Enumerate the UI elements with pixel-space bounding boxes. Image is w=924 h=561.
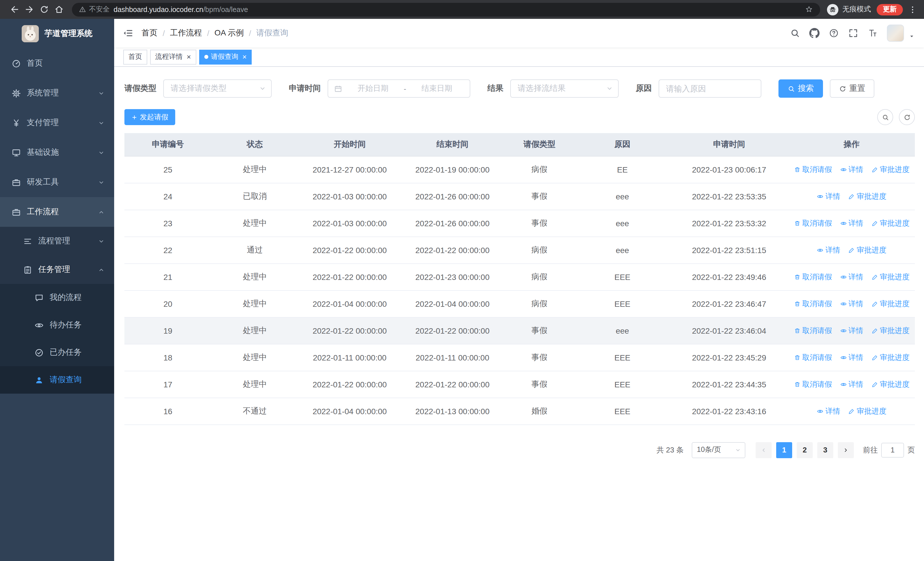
col-apply-id: 申请编号 xyxy=(124,133,212,156)
cancel-leave-link[interactable]: 取消请假 xyxy=(794,164,832,174)
table-row: 17 处理中 2022-01-22 00:00:00 2022-01-22 00… xyxy=(124,371,915,398)
user-avatar[interactable] xyxy=(887,24,904,42)
sidebar-item-leave-query[interactable]: 请假查询 xyxy=(0,366,114,394)
filter-reason: 原因 xyxy=(636,80,761,98)
breadcrumb-item-workflow[interactable]: 工作流程 xyxy=(170,28,202,38)
sidebar-item-done-tasks[interactable]: 已办任务 xyxy=(0,339,114,366)
detail-link[interactable]: 详情 xyxy=(817,191,840,202)
approval-progress-link[interactable]: 审批进度 xyxy=(848,191,886,202)
sidebar-item-process-management[interactable]: 流程管理 xyxy=(0,227,114,256)
start-date-placeholder[interactable]: 开始日期 xyxy=(346,83,400,94)
result-select[interactable]: 请选择流结果 xyxy=(510,80,619,98)
approval-progress-link[interactable]: 审批进度 xyxy=(848,406,886,416)
detail-link[interactable]: 详情 xyxy=(840,272,863,282)
sidebar-item-my-process[interactable]: 我的流程 xyxy=(0,284,114,311)
edit-icon xyxy=(848,247,855,253)
approval-progress-link[interactable]: 审批进度 xyxy=(871,325,909,335)
tab-process-detail[interactable]: 流程详情 × xyxy=(150,50,196,64)
sidebar-item-system[interactable]: 系统管理 xyxy=(0,78,114,108)
close-icon[interactable]: × xyxy=(242,53,246,60)
sidebar-item-dev-tools[interactable]: 研发工具 xyxy=(0,167,114,197)
detail-link[interactable]: 详情 xyxy=(817,245,840,255)
github-link[interactable] xyxy=(809,28,819,38)
breadcrumb-item-home[interactable]: 首页 xyxy=(141,28,158,38)
address-bar[interactable]: 不安全 dashboard.yudao.iocoder.cn/bpm/oa/le… xyxy=(72,3,820,16)
sidebar-item-workflow[interactable]: 工作流程 xyxy=(0,197,114,227)
browser-chrome: 不安全 dashboard.yudao.iocoder.cn/bpm/oa/le… xyxy=(0,0,924,19)
sidebar-item-home[interactable]: 首页 xyxy=(0,48,114,78)
page-size-select[interactable]: 10条/页 xyxy=(692,442,746,458)
security-indicator[interactable]: 不安全 xyxy=(79,5,110,14)
cancel-leave-link[interactable]: 取消请假 xyxy=(794,379,832,390)
dots-vertical-icon xyxy=(908,5,917,14)
filter-apply-time: 申请时间 开始日期 - 结束日期 xyxy=(289,80,470,98)
prev-page-button[interactable] xyxy=(756,442,772,458)
browser-menu-button[interactable] xyxy=(908,5,917,14)
font-size-button[interactable] xyxy=(867,28,878,38)
eye-icon xyxy=(840,381,847,388)
tab-leave-query[interactable]: 请假查询 × xyxy=(199,50,252,64)
cancel-leave-link[interactable]: 取消请假 xyxy=(794,298,832,309)
approval-progress-link[interactable]: 审批进度 xyxy=(871,298,909,309)
approval-progress-link[interactable]: 审批进度 xyxy=(871,352,909,362)
col-apply-time: 申请时间 xyxy=(670,133,789,156)
edit-icon xyxy=(871,381,878,388)
date-range-picker[interactable]: 开始日期 - 结束日期 xyxy=(328,80,470,98)
cancel-leave-link[interactable]: 取消请假 xyxy=(794,325,832,335)
toggle-search-button[interactable] xyxy=(877,109,893,125)
detail-link[interactable]: 详情 xyxy=(840,352,863,362)
close-icon[interactable]: × xyxy=(187,53,191,60)
search-button[interactable]: 搜索 xyxy=(778,80,823,98)
incognito-indicator: 无痕模式 xyxy=(827,4,871,15)
table-row: 21 处理中 2022-01-22 00:00:00 2022-01-23 00… xyxy=(124,263,915,290)
browser-forward-button[interactable] xyxy=(22,2,36,17)
approval-progress-link[interactable]: 审批进度 xyxy=(871,272,909,282)
help-button[interactable] xyxy=(829,28,839,38)
breadcrumb-item-oa-example[interactable]: OA 示例 xyxy=(214,28,244,38)
reset-button[interactable]: 重置 xyxy=(830,80,874,98)
bookmark-star-icon[interactable] xyxy=(805,5,813,14)
eye-icon xyxy=(840,220,847,227)
approval-progress-link[interactable]: 审批进度 xyxy=(848,245,886,255)
approval-progress-link[interactable]: 审批进度 xyxy=(871,164,909,174)
detail-link[interactable]: 详情 xyxy=(840,218,863,228)
reason-input[interactable] xyxy=(658,80,761,98)
cancel-leave-link[interactable]: 取消请假 xyxy=(794,272,832,282)
browser-reload-button[interactable] xyxy=(36,2,51,17)
detail-link[interactable]: 详情 xyxy=(840,164,863,174)
next-page-button[interactable] xyxy=(838,442,854,458)
end-date-placeholder[interactable]: 结束日期 xyxy=(410,83,464,94)
screen: 不安全 dashboard.yudao.iocoder.cn/bpm/oa/le… xyxy=(0,0,924,561)
goto-page-input[interactable] xyxy=(881,442,904,457)
detail-link[interactable]: 详情 xyxy=(840,298,863,309)
avatar-menu-caret[interactable] xyxy=(909,33,915,39)
browser-home-button[interactable] xyxy=(51,2,66,17)
create-leave-button[interactable]: 发起请假 xyxy=(124,109,175,125)
url-text: dashboard.yudao.iocoder.cn/bpm/oa/leave xyxy=(114,5,248,14)
fullscreen-button[interactable] xyxy=(848,28,858,38)
header-search-button[interactable] xyxy=(790,28,800,38)
browser-back-button[interactable] xyxy=(7,2,22,17)
approval-progress-link[interactable]: 审批进度 xyxy=(871,379,909,390)
detail-link[interactable]: 详情 xyxy=(840,379,863,390)
sidebar-item-infrastructure[interactable]: 基础设施 xyxy=(0,138,114,167)
leave-type-select[interactable]: 请选择请假类型 xyxy=(163,80,272,98)
cancel-leave-link[interactable]: 取消请假 xyxy=(794,352,832,362)
sidebar-item-todo-tasks[interactable]: 待办任务 xyxy=(0,311,114,339)
logo-avatar xyxy=(22,25,39,42)
approval-progress-link[interactable]: 审批进度 xyxy=(871,218,909,228)
sidebar-collapse-button[interactable] xyxy=(122,27,134,39)
page-button-1[interactable]: 1 xyxy=(776,442,792,458)
detail-link[interactable]: 详情 xyxy=(817,406,840,416)
sidebar-item-task-management[interactable]: 任务管理 xyxy=(0,256,114,284)
page-button-2[interactable]: 2 xyxy=(797,442,813,458)
reason-label: 原因 xyxy=(636,83,652,94)
cancel-leave-link[interactable]: 取消请假 xyxy=(794,218,832,228)
refresh-table-button[interactable] xyxy=(899,109,915,125)
page-button-3[interactable]: 3 xyxy=(817,442,833,458)
detail-link[interactable]: 详情 xyxy=(840,325,863,335)
app-logo[interactable]: 芋道管理系统 xyxy=(0,19,114,48)
tab-home[interactable]: 首页 xyxy=(123,50,147,64)
browser-update-button[interactable]: 更新 xyxy=(877,4,903,15)
sidebar-item-payment[interactable]: 支付管理 xyxy=(0,108,114,138)
